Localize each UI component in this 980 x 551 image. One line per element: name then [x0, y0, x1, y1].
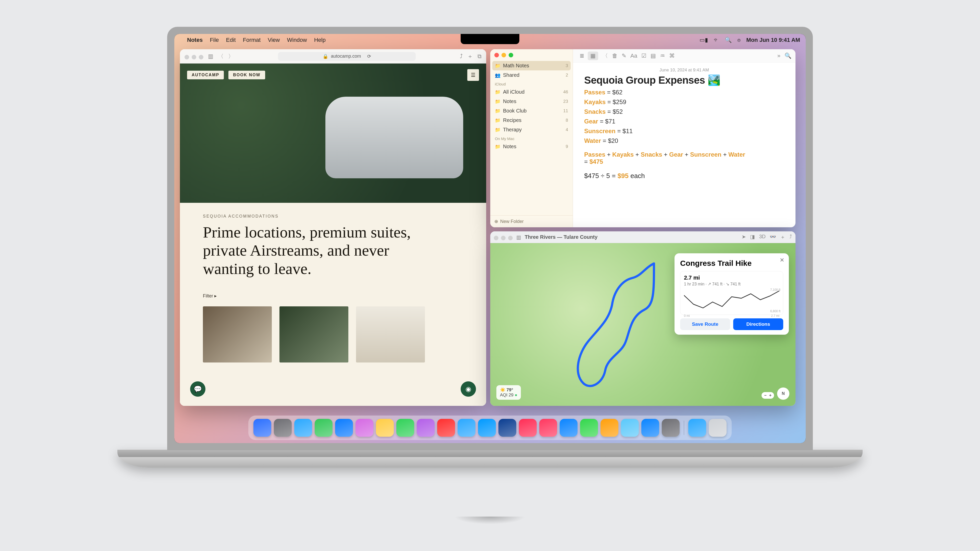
text-style-icon[interactable]: Aa — [630, 52, 637, 59]
dock-app-5[interactable] — [355, 419, 373, 437]
dock-app-17[interactable] — [600, 419, 618, 437]
menu-format[interactable]: Format — [243, 37, 261, 43]
new-folder-button[interactable]: ⊕ New Folder — [490, 215, 573, 227]
layers-icon[interactable]: ◨ — [750, 233, 755, 241]
sidebar-item-book-club[interactable]: 📁Book Club11 — [490, 106, 573, 116]
dock-app-8[interactable] — [417, 419, 434, 437]
dock-app-11[interactable] — [478, 419, 496, 437]
dock-app-18[interactable] — [621, 419, 639, 437]
dock-app-15[interactable] — [560, 419, 578, 437]
link-icon[interactable]: ⌘ — [669, 52, 675, 59]
dock-app-9[interactable] — [437, 419, 455, 437]
dock-app-1[interactable] — [274, 419, 292, 437]
route-add-icon[interactable]: ＋ — [780, 233, 785, 241]
forward-icon[interactable]: 〉 — [228, 52, 234, 60]
3d-toggle[interactable]: 3D — [759, 233, 765, 241]
binoculars-icon[interactable]: 👓 — [770, 233, 776, 241]
dock-app-3[interactable] — [315, 419, 332, 437]
filter-button[interactable]: Filter ▸ — [203, 293, 463, 299]
trash-icon[interactable]: 🗑 — [612, 52, 617, 59]
accessibility-fab-icon[interactable]: ◉ — [461, 381, 476, 397]
thumb-1[interactable] — [203, 306, 272, 362]
sidebar-item-onmac-notes[interactable]: 📁Notes9 — [490, 142, 573, 151]
sidebar-item-all-icloud[interactable]: 📁All iCloud46 — [490, 87, 573, 97]
dock-app-4[interactable] — [335, 419, 353, 437]
more-icon[interactable]: » — [777, 52, 780, 59]
note-body[interactable]: June 10, 2024 at 9:41 AM Sequoia Group E… — [573, 62, 795, 185]
search-icon[interactable]: 🔍 — [784, 52, 791, 59]
menu-edit[interactable]: Edit — [226, 37, 236, 43]
checklist-icon[interactable]: ☑︎ — [641, 52, 646, 59]
sidebar-toggle-icon[interactable]: ▥ — [208, 53, 213, 60]
zoom-control[interactable]: −+ — [762, 392, 774, 399]
dock-app-6[interactable] — [376, 419, 394, 437]
folder-icon: 📁 — [495, 144, 501, 149]
list-view-icon[interactable]: ≣ — [577, 52, 587, 60]
dock-app-0[interactable] — [253, 419, 271, 437]
menu-help[interactable]: Help — [314, 37, 326, 43]
thumb-3[interactable] — [356, 306, 425, 362]
directions-button[interactable]: Directions — [733, 318, 783, 330]
thumb-2[interactable] — [280, 306, 348, 362]
zoom-out-icon[interactable]: − — [764, 393, 767, 398]
battery-icon[interactable]: ▭▮ — [700, 37, 708, 43]
menu-view[interactable]: View — [268, 37, 280, 43]
sidebar-item-recipes[interactable]: 📁Recipes8 — [490, 116, 573, 125]
back-icon[interactable]: 〈 — [218, 52, 224, 60]
safari-traffic-lights[interactable] — [185, 53, 204, 59]
control-center-icon[interactable]: ⌾ — [737, 37, 741, 43]
dock-app-16[interactable] — [580, 419, 598, 437]
dock-app-19[interactable] — [641, 419, 659, 437]
dock-app-7[interactable] — [396, 419, 414, 437]
dock-app-21[interactable] — [688, 419, 706, 437]
save-route-label: Save Route — [692, 321, 718, 327]
dock-app-2[interactable] — [294, 419, 312, 437]
spotlight-icon[interactable]: 🔍 — [725, 37, 732, 43]
nav-back-icon[interactable]: 〈 — [602, 52, 608, 60]
compose-icon[interactable]: ✎ — [622, 52, 626, 59]
note-title-text: Sequoia Group Expenses — [584, 75, 705, 86]
map-canvas[interactable]: ✕ Congress Trail Hike 2.7 mi 1 hr 23 min… — [490, 243, 795, 406]
compass-icon[interactable]: N — [777, 387, 789, 400]
dock-app-10[interactable] — [458, 419, 476, 437]
hamburger-menu-icon[interactable]: ☰ — [467, 69, 479, 81]
note-title-emoji: 🏞️ — [708, 74, 721, 86]
maps-sidebar-icon[interactable]: ▥ — [516, 234, 521, 240]
new-tab-icon[interactable]: ＋ — [467, 52, 473, 60]
grid-view-icon[interactable]: ▦ — [588, 52, 598, 60]
menu-file[interactable]: File — [210, 37, 219, 43]
maps-traffic-lights[interactable] — [494, 234, 513, 240]
chat-fab-icon[interactable]: 💬 — [190, 381, 205, 397]
share-map-icon[interactable]: ⤴︎ — [789, 233, 792, 241]
sidebar-item-therapy[interactable]: 📁Therapy4 — [490, 125, 573, 135]
sidebar-item-math-notes[interactable]: 📁 Math Notes 3 — [492, 61, 571, 70]
save-route-button[interactable]: Save Route — [680, 318, 730, 330]
share-icon[interactable]: ⤴︎ — [460, 53, 463, 60]
brand-logo[interactable]: AUTOCAMP — [187, 71, 224, 79]
table-icon[interactable]: ▤ — [651, 52, 656, 59]
sidebar-item-shared[interactable]: 👥 Shared 2 — [490, 70, 573, 80]
tabs-icon[interactable]: ⧉ — [477, 53, 482, 60]
dock-app-12[interactable] — [498, 419, 516, 437]
audio-icon[interactable]: ♒︎ — [660, 52, 665, 59]
dock-app-13[interactable] — [519, 419, 537, 437]
expense-key: Sunscreen — [584, 127, 616, 135]
menubar-clock[interactable]: Mon Jun 10 9:41 AM — [746, 37, 800, 43]
route-stats-box: 2.7 mi 1 hr 23 min · ↗ 741 ft · ↘ 741 ft… — [680, 271, 783, 315]
address-bar[interactable]: 🔒 autocamp.com ⟳ — [278, 52, 416, 61]
zoom-in-icon[interactable]: + — [769, 393, 772, 398]
weather-aqi-badge[interactable]: ☀️ 79° AQI 29 ● — [496, 385, 521, 400]
dock-app-14[interactable] — [539, 419, 557, 437]
view-mode-segment[interactable]: ≣ ▦ — [577, 52, 598, 60]
menu-window[interactable]: Window — [287, 37, 307, 43]
book-now-button[interactable]: BOOK NOW — [228, 71, 265, 79]
dock-app-22[interactable] — [709, 419, 727, 437]
locate-icon[interactable]: ➤ — [741, 233, 746, 241]
close-icon[interactable]: ✕ — [780, 257, 784, 264]
notes-traffic-lights[interactable] — [490, 49, 573, 61]
reload-icon[interactable]: ⟳ — [367, 54, 371, 59]
wifi-icon[interactable]: ᯤ — [714, 37, 719, 43]
dock-app-20[interactable] — [662, 419, 679, 437]
sidebar-item-notes[interactable]: 📁Notes23 — [490, 97, 573, 106]
menubar-app-name[interactable]: Notes — [187, 37, 203, 43]
